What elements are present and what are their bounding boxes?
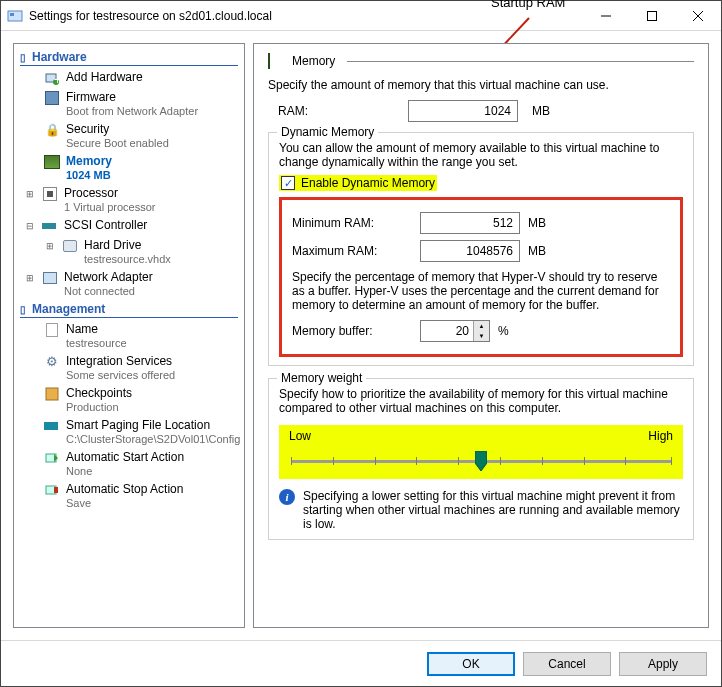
section-hardware: ▯ Hardware [20,50,238,66]
svg-marker-17 [475,451,487,471]
ram-input[interactable] [408,100,518,122]
tree-security[interactable]: 🔒 SecuritySecure Boot enabled [14,120,244,152]
tree-scsi-controller[interactable]: ⊟ SCSI Controller [14,216,244,236]
maximize-button[interactable] [629,1,675,31]
min-ram-input[interactable] [420,212,520,234]
enable-dynamic-memory-label: Enable Dynamic Memory [301,176,435,190]
tree-checkpoints[interactable]: CheckpointsProduction [14,384,244,416]
tree-hard-drive[interactable]: ⊞ Hard Drivetestresource.vhdx [14,236,244,268]
dynamic-memory-intro: You can allow the amount of memory avail… [279,141,683,169]
memory-icon [44,154,60,170]
tree-memory[interactable]: Memory1024 MB [14,152,244,184]
settings-tree[interactable]: ▯ Hardware + Add Hardware FirmwareBoot f… [13,43,245,628]
gear-icon: ⚙ [44,354,60,370]
tree-integration-services[interactable]: ⚙ Integration ServicesSome services offe… [14,352,244,384]
min-ram-label: Minimum RAM: [292,216,412,230]
buffer-label: Memory buffer: [292,324,412,338]
panel-title: Memory [292,54,335,68]
svg-text:+: + [54,73,60,86]
ok-button[interactable]: OK [427,652,515,676]
window-title: Settings for testresource on s2d01.cloud… [29,9,272,23]
tree-add-hardware[interactable]: + Add Hardware [14,68,244,88]
apply-button[interactable]: Apply [619,652,707,676]
expand-icon[interactable]: ⊞ [24,187,36,201]
collapse-icon[interactable]: ⊟ [24,219,36,233]
dynamic-memory-group: Dynamic Memory You can allow the amount … [268,132,694,366]
expand-icon[interactable]: ⊞ [44,239,56,253]
svg-rect-12 [44,422,58,430]
tree-name[interactable]: Nametestresource [14,320,244,352]
memory-weight-group: Memory weight Specify how to prioritize … [268,378,694,540]
processor-icon [42,186,58,202]
hard-drive-icon [62,238,78,254]
settings-detail-panel: Memory Specify the amount of memory that… [253,43,709,628]
max-ram-input[interactable] [420,240,520,262]
name-icon [44,322,60,338]
memory-weight-info-text: Specifying a lower setting for this virt… [303,489,683,531]
tree-network-adapter[interactable]: ⊞ Network AdapterNot connected [14,268,244,300]
tree-auto-stop[interactable]: Automatic Stop ActionSave [14,480,244,512]
highlighted-dynamic-settings: Minimum RAM: MB Maximum RAM: MB Specify … [279,197,683,357]
buffer-spinner[interactable]: ▲▼ [473,321,489,341]
svg-rect-1 [10,13,14,16]
expand-icon[interactable]: ⊞ [24,271,36,285]
tree-firmware[interactable]: FirmwareBoot from Network Adapter [14,88,244,120]
buffer-unit: % [498,324,509,338]
slider-thumb[interactable] [475,451,487,471]
app-icon [7,8,23,24]
lock-icon: 🔒 [44,122,60,138]
scsi-icon [42,218,58,234]
info-icon: i [279,489,295,505]
settings-window: Settings for testresource on s2d01.cloud… [0,0,722,687]
tree-smart-paging[interactable]: Smart Paging File LocationC:\ClusterStor… [14,416,244,448]
ram-label: RAM: [278,104,328,118]
section-management: ▯ Management [20,302,238,318]
firmware-icon [44,90,60,106]
tree-processor[interactable]: ⊞ Processor1 Virtual processor [14,184,244,216]
dialog-button-bar: OK Cancel Apply [1,640,721,686]
svg-rect-11 [46,388,58,400]
memory-icon [268,54,284,68]
memory-weight-intro: Specify how to prioritize the availabili… [279,387,683,415]
minimize-button[interactable] [583,1,629,31]
add-hardware-icon: + [44,70,60,86]
min-ram-unit: MB [528,216,546,230]
svg-rect-3 [648,12,657,21]
network-icon [42,270,58,286]
collapse-icon[interactable]: ▯ [20,52,26,63]
slider-low-label: Low [289,429,311,443]
smart-paging-icon [44,418,60,434]
titlebar: Settings for testresource on s2d01.cloud… [1,1,721,31]
tree-auto-start[interactable]: Automatic Start ActionNone [14,448,244,480]
max-ram-label: Maximum RAM: [292,244,412,258]
slider-high-label: High [648,429,673,443]
checkpoints-icon [44,386,60,402]
annotation-startup-ram: Startup RAM [491,0,565,10]
memory-weight-legend: Memory weight [277,371,366,385]
ram-unit: MB [532,104,550,118]
dynamic-memory-legend: Dynamic Memory [277,125,378,139]
max-ram-unit: MB [528,244,546,258]
svg-rect-16 [54,487,58,493]
buffer-intro-text: Specify the percentage of memory that Hy… [292,270,670,312]
collapse-icon[interactable]: ▯ [20,304,26,315]
svg-rect-10 [42,223,56,229]
cancel-button[interactable]: Cancel [523,652,611,676]
auto-stop-icon [44,482,60,498]
close-button[interactable] [675,1,721,31]
auto-start-icon [44,450,60,466]
memory-weight-slider[interactable] [291,451,671,471]
enable-dynamic-memory-checkbox[interactable]: ✓ [281,176,295,190]
memory-intro-text: Specify the amount of memory that this v… [268,78,694,92]
